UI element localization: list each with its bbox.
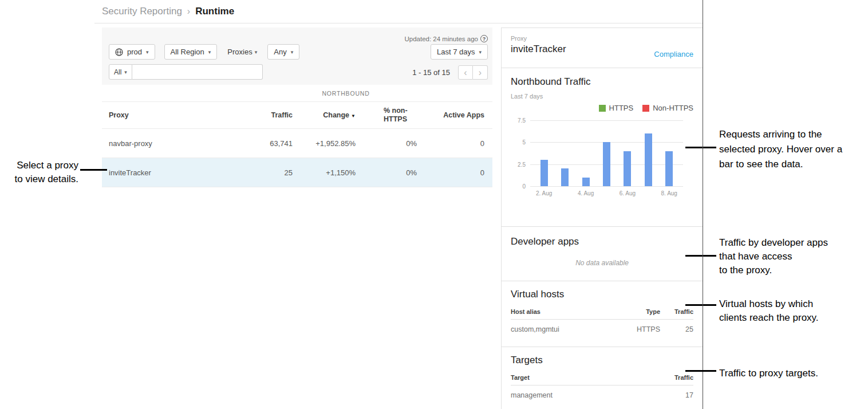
chart-xtick-label xyxy=(596,190,617,196)
chart-ytick-label: 7.5 xyxy=(518,117,526,124)
chart-xtick-label xyxy=(638,190,658,196)
chart-ytick-label: 0 xyxy=(522,183,526,190)
column-header-type: Type xyxy=(620,308,660,315)
chart-ytick-label: 5 xyxy=(522,139,526,145)
help-icon[interactable]: ? xyxy=(480,35,488,42)
search-input[interactable] xyxy=(132,64,263,80)
chart-x-axis: 2. Aug4. Aug6. Aug8. Aug xyxy=(530,190,683,196)
northbound-bar-chart: 02.557.5 xyxy=(511,120,693,186)
caret-down-icon: ▾ xyxy=(146,49,149,55)
proxy-table: NORTHBOUND Proxy Traffic Change▼ % non-H… xyxy=(102,85,492,187)
chart-x-axis-spacer xyxy=(511,190,530,196)
cell-proxy: inviteTracker xyxy=(109,168,241,177)
chart-subtitle: Last 7 days xyxy=(511,93,693,100)
chart-x-axis-row: 2. Aug4. Aug6. Aug8. Aug xyxy=(511,190,693,196)
column-header-change[interactable]: Change▼ xyxy=(293,111,356,119)
pagination-next-button[interactable]: › xyxy=(473,65,488,80)
cell-traffic: 25 xyxy=(660,325,693,333)
table-row-invitetracker-selected[interactable]: inviteTracker 25 +1,150% 0% 0 xyxy=(102,158,492,187)
proxies-dropdown[interactable]: Proxies ▾ xyxy=(226,44,258,60)
column-header-non-https: % non-HTTPS xyxy=(356,107,417,124)
search-scope-dropdown[interactable]: All ▾ xyxy=(109,64,132,80)
cell-proxy: navbar-proxy xyxy=(109,139,241,148)
virtual-hosts-title: Virtual hosts xyxy=(511,289,693,300)
virtual-host-row[interactable]: custom,mgmtui HTTPS 25 xyxy=(511,320,693,339)
targets-title: Targets xyxy=(511,355,693,366)
annotation-developer-apps: Traffic by developer apps that have acce… xyxy=(719,236,868,277)
filter-row-primary: prod ▾ All Region ▾ Proxies ▾ Any ▾ xyxy=(109,44,299,60)
column-header-proxy: Proxy xyxy=(109,111,241,119)
pagination: 1 - 15 of 15 ‹ › xyxy=(412,65,488,80)
proxy-label: Proxy xyxy=(511,35,693,42)
callout-line xyxy=(685,147,716,148)
any-dropdown[interactable]: Any ▾ xyxy=(267,44,299,60)
chart-bar-slot xyxy=(534,120,554,186)
column-header-host-alias: Host alias xyxy=(511,308,620,315)
environment-dropdown[interactable]: prod ▾ xyxy=(109,44,155,60)
caret-down-icon: ▾ xyxy=(208,49,211,55)
chart-y-axis: 02.557.5 xyxy=(511,120,530,186)
compliance-link[interactable]: Compliance xyxy=(654,50,693,58)
cell-active-apps: 0 xyxy=(417,139,484,148)
page-title: Runtime xyxy=(195,6,234,17)
table-header-row: Proxy Traffic Change▼ % non-HTTPS Active… xyxy=(102,102,492,129)
developer-apps-empty-text: No data available xyxy=(511,259,693,267)
chart-xtick-label: 6. Aug xyxy=(617,190,638,196)
annotation-requests: Requests arriving to the selected proxy.… xyxy=(719,127,868,172)
annotation-targets: Traffic to proxy targets. xyxy=(719,366,868,381)
chart-bar[interactable] xyxy=(603,142,610,186)
cell-non-https: 0% xyxy=(356,139,417,148)
chart-bar-slot xyxy=(596,120,617,186)
chart-bar[interactable] xyxy=(665,151,673,186)
chart-bar[interactable] xyxy=(645,133,652,186)
chart-plot xyxy=(530,120,683,186)
sort-desc-icon: ▼ xyxy=(351,113,356,119)
cell-type: HTTPS xyxy=(620,325,660,333)
target-row[interactable]: management 17 xyxy=(511,386,693,405)
change-label: Change xyxy=(323,111,349,119)
virtual-hosts-section: Virtual hosts Host alias Type Traffic cu… xyxy=(502,281,703,347)
chart-xtick-label: 2. Aug xyxy=(534,190,554,196)
legend-label: HTTPS xyxy=(609,104,634,112)
pagination-range: 1 - 15 of 15 xyxy=(412,68,450,77)
date-range-label: Last 7 days xyxy=(437,48,475,56)
chart-xtick-label: 8. Aug xyxy=(659,190,680,196)
any-label: Any xyxy=(274,48,286,56)
pagination-prev-button[interactable]: ‹ xyxy=(458,65,473,80)
developer-apps-title: Developer apps xyxy=(511,236,693,247)
chart-bar[interactable] xyxy=(561,168,569,186)
legend-item-non-https: Non-HTTPS xyxy=(642,104,693,112)
chart-bar-slot xyxy=(617,120,638,186)
detail-header-section: Proxy inviteTracker Compliance xyxy=(502,28,703,68)
chart-bar-slot xyxy=(554,120,575,186)
column-header-traffic: Traffic xyxy=(660,308,693,315)
caret-down-icon: ▾ xyxy=(479,49,482,55)
chart-bars xyxy=(530,120,683,186)
northbound-traffic-section: Northbound Traffic Last 7 days HTTPS Non… xyxy=(502,68,703,227)
chart-bar[interactable] xyxy=(624,151,631,186)
cell-active-apps: 0 xyxy=(417,168,484,177)
breadcrumb-section[interactable]: Security Reporting xyxy=(102,6,182,17)
caret-down-icon: ▾ xyxy=(255,49,258,55)
chart-bar-slot xyxy=(638,120,658,186)
column-header-target: Target xyxy=(511,374,660,381)
chevron-right-icon: › xyxy=(479,68,482,78)
updated-text: Updated: 24 minutes ago xyxy=(404,36,478,42)
chart-bar[interactable] xyxy=(540,160,548,186)
chart-bar[interactable] xyxy=(582,178,590,186)
cell-target: management xyxy=(511,391,660,399)
region-dropdown[interactable]: All Region ▾ xyxy=(164,44,218,60)
breadcrumb: Security Reporting › Runtime xyxy=(94,0,703,23)
cell-host-alias: custom,mgmtui xyxy=(511,325,620,333)
column-header-active-apps: Active Apps xyxy=(417,111,484,119)
column-header-traffic: Traffic xyxy=(241,111,293,119)
proxy-detail-panel: Proxy inviteTracker Compliance Northboun… xyxy=(501,27,703,409)
legend-item-https: HTTPS xyxy=(599,104,634,112)
table-row-navbar-proxy[interactable]: navbar-proxy 63,741 +1,952.85% 0% 0 xyxy=(102,129,492,158)
date-range-dropdown[interactable]: Last 7 days ▾ xyxy=(431,44,488,60)
cell-non-https: 0% xyxy=(356,168,417,177)
page: { "breadcrumb": { "section": "Security R… xyxy=(0,0,868,409)
legend-label: Non-HTTPS xyxy=(653,104,693,112)
cell-change: +1,150% xyxy=(293,168,356,177)
cell-traffic: 25 xyxy=(241,168,293,177)
